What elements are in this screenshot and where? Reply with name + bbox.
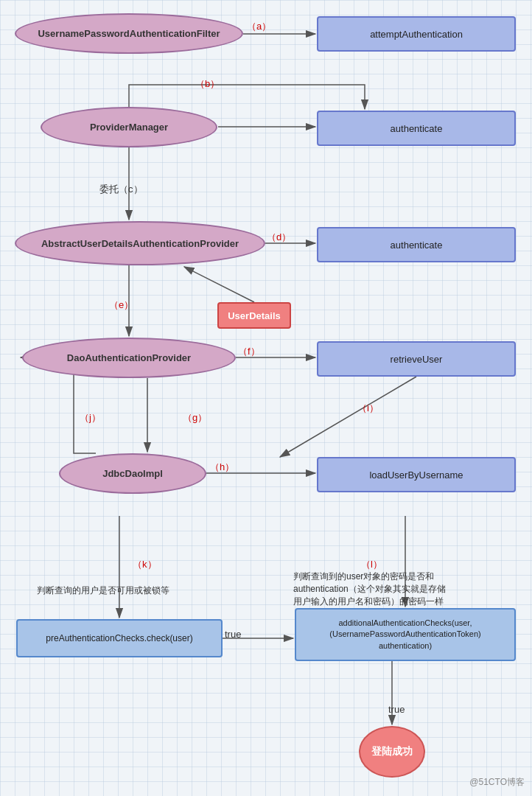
label-f: （f）: [238, 345, 260, 358]
label-e: （e）: [109, 298, 133, 312]
label-i: （i）: [357, 402, 379, 415]
abstract-provider-node: AbstractUserDetailsAuthenticationProvide…: [15, 221, 265, 265]
label-h: （h）: [210, 461, 234, 474]
pre-auth-check-node: preAuthenticationChecks.check(user): [16, 619, 223, 657]
label-true2: true: [388, 704, 405, 715]
jdbc-dao-node: JdbcDaoImpl: [59, 453, 206, 494]
label-desc-l2: authentication（这个对象其实就是存储: [293, 583, 446, 596]
load-user-node: loadUserByUsername: [317, 457, 516, 492]
label-c: 委托（c）: [99, 183, 143, 196]
watermark: @51CTO博客: [469, 776, 525, 789]
svg-line-11: [280, 377, 416, 457]
login-success-node: 登陆成功: [359, 726, 425, 778]
additional-check-node: additionalAuthenticationChecks(user, (Us…: [295, 608, 516, 661]
label-true1: true: [225, 629, 241, 640]
label-b: （b）: [195, 77, 220, 91]
label-desc-k: 判断查询的用户是否可用或被锁等: [37, 584, 169, 597]
attempt-auth-node: attemptAuthentication: [317, 16, 516, 52]
label-g: （g）: [183, 411, 207, 425]
label-j: （j）: [80, 411, 101, 425]
diagram-container: UsernamePasswordAuthenticationFilter att…: [0, 0, 532, 796]
user-details-node: UserDetails: [217, 302, 291, 329]
label-l: （l）: [361, 558, 382, 571]
label-k: （k）: [133, 558, 157, 571]
provider-manager-node: ProviderManager: [41, 107, 217, 147]
label-a: （a）: [247, 20, 271, 33]
label-desc-l3: 用户输入的用户名和密码）的密码一样: [293, 596, 444, 608]
retrieve-user-node: retrieveUser: [317, 341, 516, 377]
dao-provider-node: DaoAuthenticationProvider: [22, 338, 236, 378]
authenticate2-node: authenticate: [317, 227, 516, 262]
label-desc-l1: 判断查询到的user对象的密码是否和: [293, 570, 434, 583]
svg-line-7: [184, 267, 254, 302]
authenticate1-node: authenticate: [317, 111, 516, 146]
filter-node: UsernamePasswordAuthenticationFilter: [15, 13, 243, 54]
label-d: （d）: [267, 231, 291, 244]
